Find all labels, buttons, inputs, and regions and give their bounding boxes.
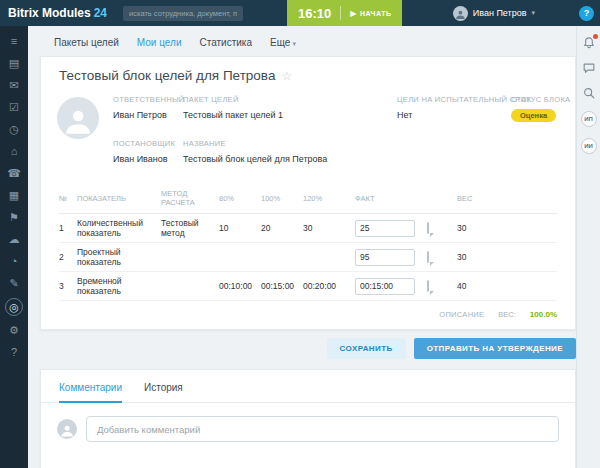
user-menu[interactable]: Иван Петров ▾ <box>453 6 535 21</box>
row-indicator: Проектный показатель <box>77 247 161 267</box>
timer-widget[interactable]: 16:10 ▶НАЧАТЬ <box>287 0 402 26</box>
projects-icon[interactable]: ⚑ <box>6 210 22 225</box>
field-label: СТАТУС БЛОКА <box>511 95 570 104</box>
tab-history[interactable]: История <box>144 382 183 402</box>
status-badge: Оценка <box>511 109 556 122</box>
row-120: 30 <box>303 223 355 233</box>
row-indicator: Количественный показатель <box>77 218 161 238</box>
field-label: ПОСТАНОВЩИК <box>113 139 175 148</box>
comments-tabs: Комментарии История <box>41 370 575 403</box>
row-weight: 30 <box>457 223 497 233</box>
row-num: 2 <box>59 252 77 262</box>
person-icon <box>455 8 466 21</box>
logo-text: Bitrix Modules <box>8 6 91 20</box>
settings-icon[interactable]: ⚙ <box>6 323 22 338</box>
feed-icon[interactable]: ▤ <box>6 56 22 71</box>
drive-icon[interactable]: ☁ <box>6 232 22 247</box>
notification-dot <box>593 34 598 39</box>
total-weight-label: ВЕС: <box>498 310 516 319</box>
help-button[interactable]: ? <box>579 6 594 21</box>
submit-approval-button[interactable]: ОТПРАВИТЬ НА УТВЕРЖДЕНИЕ <box>414 338 576 359</box>
comment-bubble-icon[interactable] <box>427 280 429 292</box>
weight-summary: ОПИСАНИЕ ВЕС: 100.0% <box>41 301 575 329</box>
field-label: НАЗВАНИЕ <box>183 139 327 148</box>
title-row: Тестовый блок целей для Петрова ☆ <box>41 57 575 87</box>
user-badge-ii[interactable]: ИИ <box>581 138 597 154</box>
tab-comments[interactable]: Комментарии <box>59 382 122 403</box>
comments-card: Комментарии История <box>40 369 576 468</box>
col-num: № <box>59 194 77 203</box>
comment-bubble-icon[interactable] <box>427 251 429 263</box>
action-buttons: СОХРАНИТЬ ОТПРАВИТЬ НА УТВЕРЖДЕНИЕ <box>40 338 576 359</box>
menu-icon[interactable]: ≡ <box>6 34 22 49</box>
time-icon[interactable]: ◷ <box>6 122 22 137</box>
col-fact: ФАКТ <box>355 194 427 203</box>
comment-avatar <box>57 419 77 439</box>
nav-tabs: Пакеты целей Мои цели Статистика Еще▾ <box>28 26 576 56</box>
timer-divider <box>340 6 341 20</box>
save-button[interactable]: СОХРАНИТЬ <box>327 338 406 359</box>
row-indicator: Временной показатель <box>77 276 161 296</box>
total-weight-value: 100.0% <box>530 310 557 319</box>
field-responsible: ОТВЕТСТВЕННЫЙ Иван Петров <box>113 95 185 120</box>
fact-input[interactable] <box>355 278 415 295</box>
field-package: ПАКЕТ ЦЕЛЕЙ Тестовый пакет целей 1 <box>183 95 283 120</box>
goal-block-form: ОТВЕТСТВЕННЫЙ Иван Петров ПАКЕТ ЦЕЛЕЙ Те… <box>41 87 575 179</box>
field-value[interactable]: Иван Иванов <box>113 154 175 164</box>
crm-icon[interactable]: ▦ <box>6 188 22 203</box>
notes-icon[interactable]: ✎ <box>6 276 22 291</box>
bitrix-goals-page: { "colors": { "topbar_bg": "#1e3a4d", "a… <box>0 0 600 468</box>
timer-start-button[interactable]: ▶НАЧАТЬ <box>350 9 391 18</box>
field-value[interactable]: Иван Петров <box>113 110 185 120</box>
left-sidebar: ≡ ▤ ✉ ☑ ◷ ⌂ ☎ ▦ ⚑ ☁ ◔ ✎ ◎ ⚙ ? <box>0 26 28 468</box>
user-avatar <box>453 6 468 21</box>
comment-bubble-icon[interactable] <box>427 222 429 234</box>
fact-input[interactable] <box>355 220 415 237</box>
logo-suffix: 24 <box>94 6 107 20</box>
main-content: Пакеты целей Мои цели Статистика Еще▾ Те… <box>28 26 576 468</box>
field-label: ОТВЕТСТВЕННЫЙ <box>113 95 185 104</box>
chat-icon[interactable] <box>582 61 596 75</box>
right-sidebar: ИП ИИ <box>576 26 600 468</box>
tab-goal-packages[interactable]: Пакеты целей <box>54 37 119 56</box>
page-title: Тестовый блок целей для Петрова <box>59 68 275 83</box>
field-value[interactable]: Тестовый пакет целей 1 <box>183 110 283 120</box>
tab-statistics[interactable]: Статистика <box>199 37 252 56</box>
table-row: 3 Временной показатель 00:10:00 00:15:00… <box>59 272 557 301</box>
topbar: Bitrix Modules24 16:10 ▶НАЧАТЬ Иван Петр… <box>0 0 600 26</box>
field-author: ПОСТАНОВЩИК Иван Иванов <box>113 139 175 164</box>
field-value: Тестовый блок целей для Петрова <box>183 154 327 164</box>
description-link[interactable]: ОПИСАНИЕ <box>439 310 484 319</box>
app-logo[interactable]: Bitrix Modules24 <box>8 6 107 20</box>
search-icon[interactable] <box>582 86 596 100</box>
table-row: 2 Проектный показатель 30 <box>59 243 557 272</box>
workspace-icon[interactable]: ⌂ <box>6 144 22 159</box>
help-icon[interactable]: ? <box>6 345 22 360</box>
mail-icon[interactable]: ✉ <box>6 78 22 93</box>
user-badge-ip[interactable]: ИП <box>581 111 597 127</box>
comment-input-row <box>57 416 559 442</box>
row-num: 1 <box>59 223 77 233</box>
fact-input[interactable] <box>355 249 415 266</box>
play-icon: ▶ <box>350 9 357 18</box>
telephony-icon[interactable]: ☎ <box>6 166 22 181</box>
tab-my-goals[interactable]: Мои цели <box>137 37 182 56</box>
row-120: 00:20:00 <box>303 281 355 291</box>
responsible-avatar <box>57 97 99 139</box>
comment-input[interactable] <box>86 416 559 442</box>
row-method: Тестовый метод <box>161 218 219 238</box>
timer-start-label: НАЧАТЬ <box>360 10 392 17</box>
tab-more[interactable]: Еще▾ <box>270 37 296 56</box>
col-100: 100% <box>261 194 303 203</box>
search-input[interactable] <box>123 6 243 21</box>
notifications-bell-icon[interactable] <box>582 36 596 50</box>
row-weight: 30 <box>457 252 497 262</box>
row-weight: 40 <box>457 281 497 291</box>
tasks-icon[interactable]: ☑ <box>6 100 22 115</box>
goals-icon[interactable]: ◎ <box>5 298 23 316</box>
goal-block-card: Тестовый блок целей для Петрова ☆ ОТВЕТС… <box>40 56 576 330</box>
favorite-star-icon[interactable]: ☆ <box>281 69 292 83</box>
person-icon <box>60 422 74 439</box>
row-80: 00:10:00 <box>219 281 261 291</box>
reports-icon[interactable]: ◔ <box>6 254 22 269</box>
